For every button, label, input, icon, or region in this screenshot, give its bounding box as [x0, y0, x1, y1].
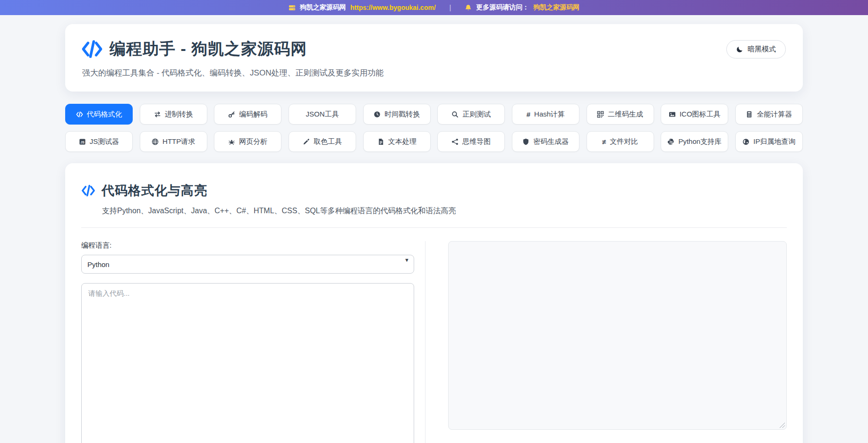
tab-label: Hash计算: [534, 110, 565, 119]
tab-calculator[interactable]: 全能计算器: [735, 104, 803, 125]
sitemap-icon: [451, 138, 459, 145]
tab-label: 代码格式化: [87, 110, 122, 119]
not-equal-icon: ≠: [602, 138, 606, 145]
tab-ico-tools[interactable]: ICO图标工具: [661, 104, 728, 125]
tool-subtitle: 支持Python、JavaScript、Java、C++、C#、HTML、CSS…: [102, 206, 787, 216]
tab-label: Python支持库: [678, 137, 722, 146]
exchange-icon: [154, 111, 161, 118]
dark-mode-label: 暗黑模式: [748, 45, 776, 54]
key-icon: [228, 111, 235, 118]
tab-web-analyze[interactable]: 网页分析: [214, 131, 281, 152]
tab-text-process[interactable]: 文本处理: [363, 131, 431, 152]
tool-title: 代码格式化与高亮: [102, 182, 207, 199]
tab-label: 正则测试: [462, 110, 491, 119]
tab-label: 进制转换: [165, 110, 193, 119]
calculator-icon: [746, 111, 753, 118]
tab-file-diff[interactable]: ≠文件对比: [587, 131, 654, 152]
eyedropper-icon: [303, 138, 310, 145]
code-icon: [76, 111, 83, 118]
topbar-site-url[interactable]: https://www.bygoukai.com/: [350, 4, 436, 11]
clock-icon: [374, 111, 381, 118]
language-select[interactable]: Python: [81, 255, 414, 274]
globe-icon: [152, 138, 159, 145]
moon-icon: [736, 46, 743, 53]
tab-label: ICO图标工具: [680, 110, 721, 119]
tab-hash-calc[interactable]: #Hash计算: [512, 104, 579, 125]
tab-label: 网页分析: [239, 137, 267, 146]
server-icon: [289, 4, 296, 11]
shield-icon: [522, 138, 529, 145]
page-subtitle: 强大的编程工具集合 - 代码格式化、编码转换、JSON处理、正则测试及更多实用功…: [82, 67, 786, 78]
tab-label: 文本处理: [388, 137, 417, 146]
image-icon: [669, 111, 676, 118]
tab-color-picker[interactable]: 取色工具: [289, 131, 356, 152]
input-column: 编程语言: Python ▼: [81, 241, 425, 443]
tab-http-request[interactable]: HTTP请求: [140, 131, 207, 152]
spider-icon: [228, 138, 235, 145]
tab-label: 二维码生成: [608, 110, 643, 119]
topbar: 狗凯之家源码网 https://www.bygoukai.com/ | 更多源码…: [0, 0, 868, 15]
code-logo-icon: [81, 38, 103, 60]
code-output-panel[interactable]: [448, 241, 787, 430]
tab-qrcode[interactable]: 二维码生成: [587, 104, 654, 125]
hash-icon: #: [527, 111, 530, 118]
python-icon: [667, 138, 674, 145]
tab-label: IP归属地查询: [753, 137, 795, 146]
tab-ip-lookup[interactable]: IP归属地查询: [735, 131, 803, 152]
tab-regex-test[interactable]: 正则测试: [437, 104, 505, 125]
globe-americas-icon: [742, 138, 749, 145]
bell-icon: [465, 4, 472, 11]
topbar-site-name: 狗凯之家源码网: [300, 3, 346, 12]
tab-password-gen[interactable]: 密码生成器: [512, 131, 579, 152]
divider: [81, 227, 787, 228]
language-label: 编程语言:: [81, 241, 414, 250]
tab-json-tools[interactable]: JSON工具: [289, 104, 356, 125]
tab-python-libs[interactable]: Python支持库: [661, 131, 728, 152]
topbar-separator: |: [450, 4, 451, 11]
tab-label: 思维导图: [462, 137, 491, 146]
resize-grip[interactable]: [779, 422, 785, 428]
topbar-promo-link[interactable]: 狗凯之家源码网: [533, 3, 579, 12]
qrcode-icon: [597, 111, 604, 118]
svg-text:JS: JS: [80, 140, 85, 143]
tab-label: 密码生成器: [533, 137, 569, 146]
page-title: 编程助手 - 狗凯之家源码网: [110, 38, 307, 60]
tab-label: HTTP请求: [162, 137, 195, 146]
code-input[interactable]: [81, 283, 414, 443]
tab-js-tester[interactable]: JSJS测试器: [65, 131, 133, 152]
file-text-icon: [377, 138, 384, 145]
tab-label: JS测试器: [90, 137, 119, 146]
tab-label: 编码解码: [239, 110, 267, 119]
topbar-promo-text: 更多源码请访问：: [476, 3, 529, 12]
tab-label: 时间戳转换: [384, 110, 420, 119]
output-column: [425, 241, 787, 443]
tool-tabs: 代码格式化进制转换编码解码JSON工具时间戳转换正则测试#Hash计算二维码生成…: [65, 104, 803, 152]
header-card: 编程助手 - 狗凯之家源码网 暗黑模式 强大的编程工具集合 - 代码格式化、编码…: [65, 24, 803, 92]
tab-label: JSON工具: [306, 110, 339, 119]
code-section-icon: [81, 184, 95, 198]
tab-label: 全能计算器: [757, 110, 792, 119]
tab-mindmap[interactable]: 思维导图: [437, 131, 505, 152]
tab-label: 取色工具: [314, 137, 342, 146]
tool-panel: 代码格式化与高亮 支持Python、JavaScript、Java、C++、C#…: [65, 163, 803, 443]
tab-label: 文件对比: [610, 137, 638, 146]
tab-timestamp[interactable]: 时间戳转换: [363, 104, 431, 125]
tab-encode-decode[interactable]: 编码解码: [214, 104, 281, 125]
search-icon: [451, 111, 459, 118]
tab-code-format[interactable]: 代码格式化: [65, 104, 133, 125]
js-icon: JS: [79, 138, 86, 145]
tab-base-convert[interactable]: 进制转换: [140, 104, 207, 125]
dark-mode-toggle[interactable]: 暗黑模式: [726, 40, 786, 59]
